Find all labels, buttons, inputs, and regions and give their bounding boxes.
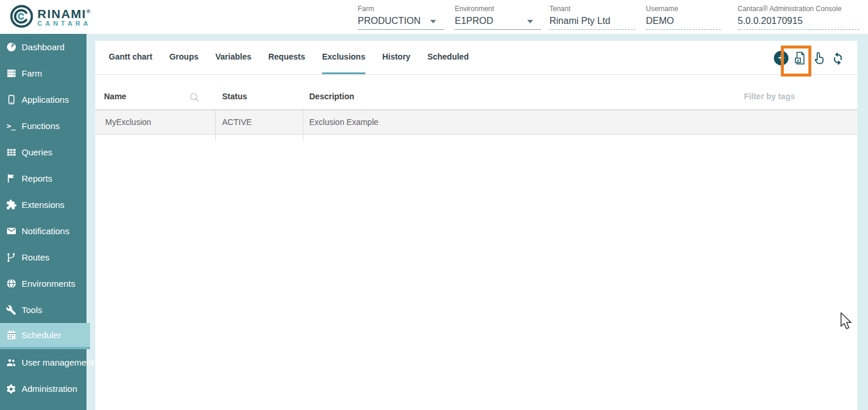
export-excel-icon: x <box>794 51 807 65</box>
tab-exclusions[interactable]: Exclusions <box>322 41 365 74</box>
search-icon[interactable] <box>189 92 200 106</box>
sidebar-item-administration[interactable]: Administration <box>0 376 87 402</box>
sidebar-item-applications[interactable]: Applications <box>0 86 87 113</box>
console-version-value: 5.0.0.20170915 <box>738 16 803 26</box>
sidebar-item-label: Queries <box>22 147 53 157</box>
tenant-value: Rinami Pty Ltd <box>549 16 610 26</box>
sidebar-item-notifications[interactable]: Notifications <box>0 218 87 244</box>
cell-status: ACTIVE <box>222 110 252 134</box>
sidebar-item-label: Functions <box>22 121 60 131</box>
environments-globe-icon <box>5 278 18 290</box>
sidebar-item-label: Applications <box>22 95 69 105</box>
column-divider <box>215 110 216 141</box>
tab-history[interactable]: History <box>382 41 410 74</box>
page: RINAMI® CANTARA Farm PRODUCTION Environm… <box>0 0 868 410</box>
sidebar-item-label: User management <box>22 357 94 367</box>
add-button[interactable]: + <box>774 51 789 65</box>
sidebar-item-dashboard[interactable]: Dashboard <box>0 34 87 60</box>
sidebar-item-reports[interactable]: Reports <box>0 165 87 192</box>
tenant-field[interactable]: Tenant Rinami Pty Ltd <box>549 5 635 30</box>
column-header-status[interactable]: Status <box>222 92 247 101</box>
tab-bar: Gantt chart Groups Variables Requests Ex… <box>95 41 857 75</box>
sidebar-item-label: Environments <box>22 279 75 289</box>
content-card: Gantt chart Groups Variables Requests Ex… <box>95 41 857 410</box>
column-divider <box>303 110 303 141</box>
extensions-puzzle-icon <box>5 199 18 211</box>
toolbar: + x <box>774 41 845 75</box>
sidebar-item-label: Routes <box>22 252 50 262</box>
sidebar-item-user-management[interactable]: User management <box>0 349 87 376</box>
username-value: DEMO <box>646 16 674 26</box>
environment-value: E1PROD <box>455 16 493 26</box>
notifications-envelope-icon <box>5 225 18 237</box>
cell-name: MyExclusion <box>105 110 151 134</box>
dashboard-icon <box>5 41 18 53</box>
tools-wrench-icon <box>5 304 18 316</box>
table-row[interactable]: MyExclusion ACTIVE Exclusion Example <box>95 110 857 135</box>
sidebar-item-routes[interactable]: Routes <box>0 244 87 270</box>
sidebar-item-label: Notifications <box>22 226 70 236</box>
sidebar-item-queries[interactable]: Queries <box>0 139 87 165</box>
console-version-label: Cantara® Administration Console <box>738 5 859 13</box>
touch-select-button[interactable] <box>812 51 826 65</box>
cell-description: Exclusion Example <box>309 110 378 134</box>
tab-gantt-chart[interactable]: Gantt chart <box>109 41 153 74</box>
app-header: RINAMI® CANTARA Farm PRODUCTION Environm… <box>0 0 868 34</box>
touch-select-icon <box>812 51 826 65</box>
tab-requests[interactable]: Requests <box>268 41 305 74</box>
farm-value: PRODUCTION <box>358 16 421 26</box>
registered-mark: ® <box>87 9 91 15</box>
user-management-icon <box>5 357 18 369</box>
tab-scheduled[interactable]: Scheduled <box>427 41 469 74</box>
queries-table-icon <box>5 147 18 158</box>
sidebar-item-label: Administration <box>22 384 77 394</box>
sidebar-item-functions[interactable]: >_ Functions <box>0 113 87 139</box>
sidebar-item-label: Dashboard <box>22 42 64 52</box>
console-version-field[interactable]: Cantara® Administration Console 5.0.0.20… <box>738 5 859 30</box>
sidebar-item-label: Farm <box>22 68 42 78</box>
column-header-description[interactable]: Description <box>309 92 354 101</box>
add-icon: + <box>774 51 789 65</box>
export-excel-button[interactable]: x <box>794 51 807 65</box>
functions-terminal-icon: >_ <box>5 120 18 132</box>
tenant-label: Tenant <box>549 5 635 13</box>
username-field[interactable]: Username DEMO <box>646 5 721 30</box>
chevron-down-icon[interactable] <box>527 20 533 23</box>
applications-icon <box>5 94 18 106</box>
sidebar-item-environments[interactable]: Environments <box>0 270 87 297</box>
table-header: Name Status Description Filter by tags <box>95 75 857 110</box>
sidebar-item-extensions[interactable]: Extensions <box>0 192 87 218</box>
routes-branch-icon <box>5 252 18 263</box>
sidebar-item-label: Tools <box>22 305 42 315</box>
refresh-button[interactable] <box>831 51 845 65</box>
column-header-name[interactable]: Name <box>104 92 126 101</box>
rinami-logo-icon <box>9 4 34 29</box>
reports-flag-icon <box>5 173 18 185</box>
sidebar-item-label: Scheduler <box>22 330 61 340</box>
logo-product: CANTARA <box>37 20 91 27</box>
scheduler-calendar-icon <box>5 329 18 341</box>
refresh-icon <box>831 51 845 65</box>
administration-gear-icon <box>5 383 18 395</box>
tab-groups[interactable]: Groups <box>170 41 199 74</box>
svg-text:x: x <box>797 58 799 62</box>
sidebar-item-farm[interactable]: Farm <box>0 60 87 86</box>
farm-label: Farm <box>358 5 444 13</box>
sidebar-item-scheduler[interactable]: Scheduler <box>0 323 90 349</box>
username-label: Username <box>646 5 721 13</box>
environment-select[interactable]: Environment E1PROD <box>455 5 541 30</box>
tab-variables[interactable]: Variables <box>215 41 251 74</box>
chevron-down-icon[interactable] <box>430 20 436 23</box>
rinami-logo: RINAMI® CANTARA <box>9 4 91 29</box>
environment-label: Environment <box>455 5 541 13</box>
logo-name: RINAMI® <box>37 6 91 20</box>
sidebar: Dashboard Farm Applications >_ <box>0 34 87 410</box>
sidebar-item-label: Extensions <box>22 200 64 210</box>
filter-by-tags-input[interactable]: Filter by tags <box>744 92 795 101</box>
farm-select[interactable]: Farm PRODUCTION <box>358 5 444 30</box>
farm-servers-icon <box>5 68 18 79</box>
logo-text: RINAMI® CANTARA <box>37 6 91 27</box>
sidebar-item-label: Reports <box>22 173 53 183</box>
sidebar-item-tools[interactable]: Tools <box>0 297 87 323</box>
